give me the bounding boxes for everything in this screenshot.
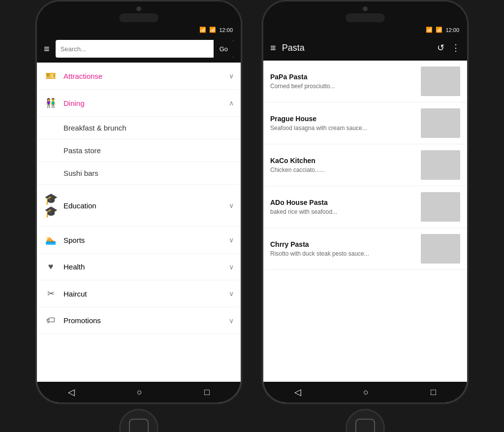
phone-top-1 — [37, 1, 241, 25]
sports-chevron: ∨ — [229, 236, 234, 244]
result-desc-0: Corned beef prosciutto... — [270, 83, 415, 90]
result-name-4: Chrry Pasta — [270, 240, 415, 248]
education-icon: 🎓 — [44, 193, 58, 218]
result-item-4[interactable]: Chrry Pasta Risotto with duck steak pest… — [263, 228, 467, 270]
menu-item-promotions[interactable]: 🏷 Promotions ∨ — [37, 307, 241, 334]
dining-icon: 👫 — [44, 98, 58, 108]
hamburger-button-2[interactable]: ≡ — [270, 42, 276, 54]
subitem-sushi[interactable]: Sushi bars — [37, 162, 241, 185]
result-thumb-2 — [421, 150, 460, 180]
phone-2-device: 📶 📶 12:00 ≡ Pasta ↺ ⋮ PaPa Pasta Corned … — [262, 0, 469, 404]
result-item-1[interactable]: Prague House Seafood lasagna with cream … — [263, 102, 467, 144]
menu-item-dining[interactable]: 👫 Dining ∧ — [37, 90, 241, 117]
app-bar-2: ≡ Pasta ↺ ⋮ — [263, 35, 467, 61]
phone-top-2 — [263, 1, 467, 25]
back-button-2[interactable]: ◁ — [294, 387, 301, 398]
go-button-1[interactable]: Go — [214, 40, 234, 58]
menu-item-sports[interactable]: 🏊 Sports ∨ — [37, 227, 241, 254]
status-bar-1: 📶 📶 12:00 — [37, 25, 241, 35]
haircut-chevron: ∨ — [229, 290, 234, 298]
haircut-label: Haircut — [63, 290, 223, 298]
result-desc-2: Chicken cacciato...... — [270, 166, 415, 173]
screen-1: ≡ Go Attractionse ∨ 👫 Dining ∧ — [37, 35, 241, 402]
home-btn-inner-2 — [355, 419, 375, 432]
page-title-2: Pasta — [282, 43, 431, 53]
attractions-label: Attractionse — [63, 72, 223, 80]
result-name-2: KaCo Kitchen — [270, 157, 415, 165]
promotions-label: Promotions — [63, 316, 223, 325]
nav-bar-2: ◁ ○ □ — [263, 382, 467, 402]
app-bar-1: ≡ Go — [37, 35, 241, 63]
education-chevron: ∨ — [229, 201, 234, 209]
attractions-icon — [44, 70, 58, 81]
result-info-3: ADo House Pasta baked rice with seafood.… — [270, 199, 415, 215]
dining-label: Dining — [63, 99, 223, 107]
menu-item-education[interactable]: 🎓 Education ∨ — [37, 185, 241, 227]
result-thumb-4 — [421, 234, 460, 264]
time-2: 12:00 — [445, 27, 459, 33]
result-info-0: PaPa Pasta Corned beef prosciutto... — [270, 73, 415, 90]
speaker-1 — [119, 13, 158, 22]
time-1: 12:00 — [219, 27, 233, 33]
home-button-area-1[interactable] — [119, 409, 158, 432]
sports-icon: 🏊 — [44, 234, 58, 245]
signal-icon-2: 📶 — [436, 27, 442, 33]
result-thumb-0 — [421, 66, 460, 96]
signal-icon-1: 📶 — [209, 27, 216, 33]
subitem-pasta[interactable]: Pasta store — [37, 139, 241, 162]
home-button-2[interactable]: ○ — [363, 387, 369, 398]
wifi-icon-2: 📶 — [426, 27, 433, 33]
result-thumb-1 — [421, 108, 460, 138]
attractions-chevron: ∨ — [229, 72, 234, 80]
menu-item-health[interactable]: ♥ Health ∨ — [37, 254, 241, 280]
status-bar-2: 📶 📶 12:00 — [263, 25, 467, 35]
home-button-1[interactable]: ○ — [137, 387, 142, 398]
phone-1: 📶 📶 12:00 ≡ Go Attractionse ∨ — [35, 0, 242, 432]
menu-item-haircut[interactable]: ✂ Haircut ∨ — [37, 280, 241, 307]
result-info-2: KaCo Kitchen Chicken cacciato...... — [270, 157, 415, 173]
result-name-0: PaPa Pasta — [270, 73, 415, 81]
hamburger-button-1[interactable]: ≡ — [44, 43, 50, 55]
phone-2: 📶 📶 12:00 ≡ Pasta ↺ ⋮ PaPa Pasta Corned … — [262, 0, 469, 432]
dining-chevron: ∧ — [229, 99, 234, 107]
result-desc-1: Seafood lasagna with cream sauce... — [270, 125, 415, 132]
haircut-icon: ✂ — [44, 288, 58, 299]
camera-2 — [363, 6, 368, 11]
home-btn-inner-1 — [129, 419, 149, 432]
result-name-1: Prague House — [270, 115, 415, 123]
back-button-1[interactable]: ◁ — [68, 387, 75, 398]
result-thumb-3 — [421, 192, 460, 222]
promotions-chevron: ∨ — [229, 317, 234, 325]
health-label: Health — [63, 263, 223, 271]
camera-1 — [136, 6, 141, 11]
subitem-breakfast[interactable]: Breakfast & brunch — [37, 117, 241, 139]
refresh-button[interactable]: ↺ — [437, 42, 444, 53]
speaker-2 — [346, 13, 385, 22]
result-item-3[interactable]: ADo House Pasta baked rice with seafood.… — [263, 186, 467, 228]
more-button[interactable]: ⋮ — [451, 42, 460, 53]
result-desc-3: baked rice with seafood... — [270, 208, 415, 215]
wifi-icon-1: 📶 — [199, 27, 206, 33]
promotions-icon: 🏷 — [44, 315, 58, 326]
education-label: Education — [63, 201, 223, 210]
home-button-area-2[interactable] — [346, 409, 385, 432]
square-button-2[interactable]: □ — [431, 387, 436, 398]
result-name-3: ADo House Pasta — [270, 199, 415, 206]
result-info-1: Prague House Seafood lasagna with cream … — [270, 115, 415, 132]
health-icon: ♥ — [44, 262, 58, 272]
search-box-1[interactable]: Go — [56, 40, 234, 58]
search-input-1[interactable] — [56, 45, 214, 53]
result-desc-4: Risotto with duck steak pesto sauce... — [270, 250, 415, 257]
result-info-4: Chrry Pasta Risotto with duck steak pest… — [270, 240, 415, 257]
result-item-2[interactable]: KaCo Kitchen Chicken cacciato...... — [263, 144, 467, 186]
dining-subitems: Breakfast & brunch Pasta store Sushi bar… — [37, 117, 241, 185]
result-item-0[interactable]: PaPa Pasta Corned beef prosciutto... — [263, 61, 467, 102]
square-button-1[interactable]: □ — [204, 387, 210, 398]
menu-list-1: Attractionse ∨ 👫 Dining ∧ Breakfast & br… — [37, 63, 241, 382]
nav-bar-1: ◁ ○ □ — [37, 382, 241, 402]
screen-2: ≡ Pasta ↺ ⋮ PaPa Pasta Corned beef prosc… — [263, 35, 467, 402]
health-chevron: ∨ — [229, 263, 234, 271]
menu-item-attractions[interactable]: Attractionse ∨ — [37, 63, 241, 90]
sports-label: Sports — [63, 236, 223, 244]
results-list: PaPa Pasta Corned beef prosciutto... Pra… — [263, 61, 467, 382]
